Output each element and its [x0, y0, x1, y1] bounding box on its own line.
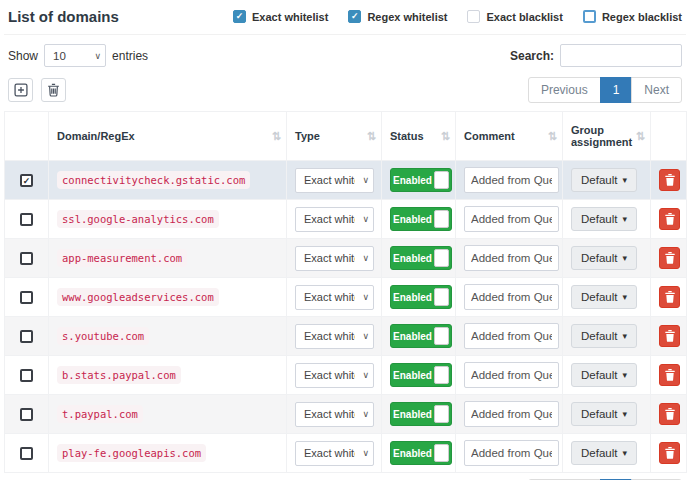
status-toggle[interactable]: Enabled: [390, 246, 452, 270]
domain-value: www.googleadservices.com: [57, 288, 219, 306]
group-dropdown[interactable]: Default▾: [571, 324, 637, 348]
row-select-checkbox[interactable]: ✓: [20, 291, 33, 304]
header-domain[interactable]: Domain/RegEx⇅: [49, 112, 287, 161]
trash-icon: [665, 369, 675, 381]
filter-regex-blacklist[interactable]: Regex blacklist: [583, 10, 682, 23]
domain-value: t.paypal.com: [57, 405, 143, 423]
status-toggle[interactable]: Enabled: [390, 285, 452, 309]
header-status[interactable]: Status⇅: [382, 112, 456, 161]
delete-row-button[interactable]: [659, 325, 680, 347]
type-select[interactable]: Exact whitelist: [295, 441, 374, 466]
row-select-checkbox[interactable]: ✓: [20, 447, 33, 460]
filter-label: Regex whitelist: [367, 11, 447, 23]
delete-selected-button[interactable]: [41, 78, 66, 102]
type-select[interactable]: Exact whitelist: [295, 363, 374, 388]
search-input[interactable]: [560, 44, 682, 67]
status-toggle[interactable]: Enabled: [390, 168, 452, 192]
previous-page-button[interactable]: Previous: [528, 77, 601, 103]
status-toggle[interactable]: Enabled: [390, 324, 452, 348]
page-1-button[interactable]: 1: [600, 77, 633, 103]
domain-value: app-measurement.com: [57, 249, 187, 267]
checkbox-unchecked-icon[interactable]: [467, 10, 480, 23]
pagination-top: Previous 1 Next: [528, 77, 682, 103]
group-dropdown[interactable]: Default▾: [571, 285, 637, 309]
type-select[interactable]: Exact whitelist: [295, 402, 374, 427]
comment-input[interactable]: [464, 323, 559, 349]
domain-value: b.stats.paypal.com: [57, 366, 181, 384]
domain-value: play-fe.googleapis.com: [57, 444, 206, 462]
sort-icon[interactable]: ⇅: [636, 130, 645, 143]
comment-input[interactable]: [464, 284, 559, 310]
delete-row-button[interactable]: [659, 169, 680, 191]
caret-down-icon: ▾: [622, 331, 627, 341]
row-select-checkbox[interactable]: ✓: [20, 369, 33, 382]
type-select[interactable]: Exact whitelist: [295, 246, 374, 271]
domain-value: ssl.google-analytics.com: [57, 210, 219, 228]
delete-row-button[interactable]: [659, 286, 680, 308]
comment-input[interactable]: [464, 401, 559, 427]
caret-down-icon: ▾: [622, 292, 627, 302]
table-row: ✓ connectivitycheck.gstatic.com Exact wh…: [5, 161, 687, 200]
delete-row-button[interactable]: [659, 247, 680, 269]
comment-input[interactable]: [464, 245, 559, 271]
sort-icon[interactable]: ⇅: [441, 130, 450, 143]
status-toggle[interactable]: Enabled: [390, 207, 452, 231]
row-select-checkbox[interactable]: ✓: [20, 213, 33, 226]
next-page-button[interactable]: Next: [631, 77, 682, 103]
checkbox-checked-icon[interactable]: ✓: [348, 10, 361, 23]
checkbox-unchecked-icon[interactable]: [583, 10, 596, 23]
group-dropdown[interactable]: Default▾: [571, 402, 637, 426]
delete-row-button[interactable]: [659, 403, 680, 425]
row-select-checkbox[interactable]: ✓: [20, 330, 33, 343]
top-toolbar: Previous 1 Next: [4, 71, 686, 111]
row-select-checkbox[interactable]: ✓: [20, 252, 33, 265]
caret-down-icon: ▾: [622, 175, 627, 185]
type-select[interactable]: Exact whitelist: [295, 324, 374, 349]
delete-row-button[interactable]: [659, 208, 680, 230]
add-domain-button[interactable]: [8, 78, 33, 102]
filter-label: Exact blacklist: [486, 11, 562, 23]
caret-down-icon: ▾: [622, 214, 627, 224]
row-select-checkbox[interactable]: ✓: [20, 174, 33, 187]
group-dropdown[interactable]: Default▾: [571, 207, 637, 231]
filter-regex-whitelist[interactable]: ✓ Regex whitelist: [348, 10, 447, 23]
header-type[interactable]: Type⇅: [287, 112, 382, 161]
sort-icon[interactable]: ⇅: [367, 130, 376, 143]
group-dropdown[interactable]: Default▾: [571, 441, 637, 465]
group-dropdown[interactable]: Default▾: [571, 363, 637, 387]
group-dropdown[interactable]: Default▾: [571, 168, 637, 192]
group-dropdown[interactable]: Default▾: [571, 246, 637, 270]
search-box: Search:: [510, 44, 682, 67]
status-toggle[interactable]: Enabled: [390, 363, 452, 387]
header-group[interactable]: Group assignment⇅: [563, 112, 651, 161]
comment-input[interactable]: [464, 206, 559, 232]
header-comment[interactable]: Comment⇅: [456, 112, 563, 161]
table-header-row: Domain/RegEx⇅ Type⇅ Status⇅ Comment⇅ Gro…: [5, 112, 687, 161]
filter-exact-blacklist[interactable]: Exact blacklist: [467, 10, 562, 23]
filter-exact-whitelist[interactable]: ✓ Exact whitelist: [233, 10, 328, 23]
page-title: List of domains: [8, 8, 119, 25]
checkbox-checked-icon[interactable]: ✓: [233, 10, 246, 23]
header-select-all: [5, 112, 49, 161]
header-actions: [651, 112, 687, 161]
table-row: ✓ app-measurement.com Exact whitelist∨ E…: [5, 239, 687, 278]
trash-icon: [665, 174, 675, 186]
status-toggle[interactable]: Enabled: [390, 402, 452, 426]
delete-row-button[interactable]: [659, 442, 680, 464]
type-select[interactable]: Exact whitelist: [295, 285, 374, 310]
type-select[interactable]: Exact whitelist: [295, 207, 374, 232]
filter-label: Regex blacklist: [602, 11, 682, 23]
trash-icon: [665, 447, 675, 459]
page-length-select[interactable]: 10: [44, 44, 106, 67]
domains-table: Domain/RegEx⇅ Type⇅ Status⇅ Comment⇅ Gro…: [4, 111, 687, 473]
sort-icon[interactable]: ⇅: [548, 130, 557, 143]
delete-row-button[interactable]: [659, 364, 680, 386]
row-select-checkbox[interactable]: ✓: [20, 408, 33, 421]
toggle-knob: [434, 249, 449, 267]
type-select[interactable]: Exact whitelist: [295, 168, 374, 193]
sort-icon[interactable]: ⇅: [272, 130, 281, 143]
comment-input[interactable]: [464, 167, 559, 193]
comment-input[interactable]: [464, 440, 559, 466]
comment-input[interactable]: [464, 362, 559, 388]
status-toggle[interactable]: Enabled: [390, 441, 452, 465]
